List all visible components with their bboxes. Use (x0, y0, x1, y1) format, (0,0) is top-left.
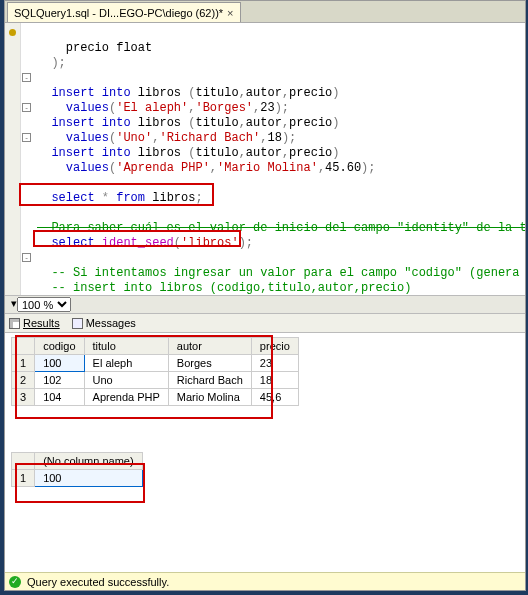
grid-icon (9, 318, 20, 329)
tab-bar: SQLQuery1.sql - DI...EGO-PC\diego (62))*… (5, 1, 525, 23)
zoom-bar: 100 % ▾ (5, 295, 525, 313)
tab-results-label: Results (23, 317, 60, 329)
highlight-box (15, 463, 145, 503)
zoom-select[interactable]: 100 % (17, 297, 71, 312)
success-icon: ✓ (9, 576, 21, 588)
tab-messages-label: Messages (86, 317, 136, 329)
sql-editor[interactable]: - - - - precio float ); insert into libr… (5, 23, 525, 295)
fold-toggle[interactable]: - (22, 133, 31, 142)
highlight-box (15, 335, 273, 419)
exec-marker-icon (9, 29, 16, 36)
highlight-box (19, 183, 214, 206)
fold-toggle[interactable]: - (22, 73, 31, 82)
file-tab[interactable]: SQLQuery1.sql - DI...EGO-PC\diego (62))*… (7, 2, 241, 22)
fold-toggle[interactable]: - (22, 103, 31, 112)
highlight-box (33, 230, 241, 247)
code-content: precio float ); insert into libros (titu… (5, 23, 525, 295)
close-icon[interactable]: × (227, 7, 233, 19)
messages-icon (72, 318, 83, 329)
tab-messages[interactable]: Messages (72, 317, 136, 329)
file-tab-label: SQLQuery1.sql - DI...EGO-PC\diego (62))* (14, 7, 223, 19)
status-bar: ✓ Query executed successfully. (5, 572, 525, 590)
status-text: Query executed successfully. (27, 576, 169, 588)
results-body: codigo titulo autor precio 1 100 El alep… (5, 333, 525, 572)
results-tabs: Results Messages (5, 313, 525, 333)
fold-toggle[interactable]: - (22, 253, 31, 262)
tab-results[interactable]: Results (9, 317, 60, 329)
editor-gutter (5, 23, 21, 295)
